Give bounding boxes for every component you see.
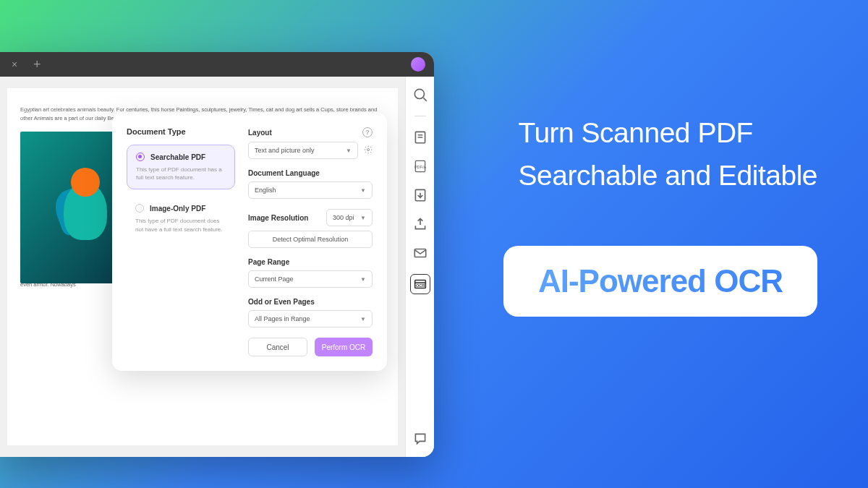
perform-ocr-button[interactable]: Perform OCR (315, 338, 373, 356)
layout-label: Layout (248, 129, 272, 137)
resolution-label: Image Resolution (248, 214, 308, 222)
badge-text: AI-Powered OCR (538, 263, 783, 299)
searchable-pdf-option[interactable]: Searchable PDF This type of PDF document… (127, 145, 235, 189)
thumbnail-icon[interactable] (412, 129, 428, 145)
option-label: Searchable PDF (150, 153, 205, 161)
svg-rect-9 (414, 249, 425, 257)
radio-icon (136, 153, 145, 161)
ocr-settings-dialog: Document Type Searchable PDF This type o… (112, 113, 387, 371)
chevron-down-icon: ▼ (360, 187, 366, 194)
document-type-heading: Document Type (127, 127, 235, 136)
help-icon[interactable]: ? (362, 127, 373, 137)
chevron-down-icon: ▼ (346, 147, 352, 154)
option-description: This type of PDF document has a full tex… (136, 166, 226, 181)
cancel-button[interactable]: Cancel (248, 338, 307, 356)
odd-even-select[interactable]: All Pages in Range ▼ (248, 310, 373, 328)
page-range-select[interactable]: Current Page ▼ (248, 270, 373, 288)
chevron-down-icon: ▼ (360, 215, 366, 221)
mail-icon[interactable] (412, 245, 428, 261)
pdfa-icon[interactable]: PDF/A (412, 158, 428, 174)
detect-resolution-button[interactable]: Detect Optimal Resolution (248, 231, 373, 248)
odd-even-label: Odd or Even Pages (248, 298, 373, 306)
close-tab-icon[interactable]: × (9, 59, 20, 70)
page-range-label: Page Range (248, 258, 373, 266)
chevron-down-icon: ▼ (360, 316, 366, 322)
marketing-badge: AI-Powered OCR (503, 246, 817, 317)
option-description: This type of PDF document does not have … (135, 217, 226, 233)
language-select[interactable]: English ▼ (248, 181, 373, 199)
compress-icon[interactable] (412, 187, 428, 203)
language-label: Document Language (248, 169, 373, 177)
search-icon[interactable] (412, 87, 428, 103)
titlebar: × + (0, 52, 434, 77)
svg-text:PDF/A: PDF/A (414, 165, 426, 169)
image-only-pdf-option[interactable]: Image-Only PDF This type of PDF document… (127, 197, 235, 240)
app-window: × + Egyptian art celebrates animals beau… (0, 52, 434, 457)
resolution-select[interactable]: 300 dpi ▼ (326, 209, 373, 226)
share-icon[interactable] (412, 216, 428, 232)
document-view: Egyptian art celebrates animals beauty. … (0, 77, 405, 457)
marketing-headline: Turn Scanned PDF Searchable and Editable (519, 112, 817, 197)
content-area: Egyptian art celebrates animals beauty. … (0, 77, 434, 457)
gear-icon[interactable] (364, 144, 373, 157)
chevron-down-icon: ▼ (360, 276, 366, 283)
right-sidebar: PDF/A OCR (405, 77, 434, 457)
svg-point-0 (367, 148, 369, 150)
ocr-icon[interactable]: OCR (410, 274, 430, 294)
comment-icon[interactable] (412, 431, 428, 447)
layout-select[interactable]: Text and picture only ▼ (248, 142, 358, 159)
new-tab-icon[interactable]: + (33, 57, 41, 72)
svg-point-1 (414, 89, 424, 98)
svg-text:OCR: OCR (415, 283, 424, 288)
user-avatar[interactable] (411, 57, 425, 72)
radio-icon (135, 204, 144, 213)
svg-line-2 (423, 98, 426, 100)
separator (414, 116, 426, 116)
option-label: Image-Only PDF (150, 205, 205, 213)
